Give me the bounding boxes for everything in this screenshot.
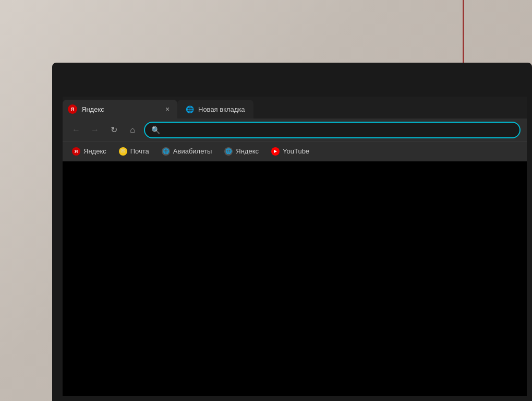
address-bar[interactable]: 🔍	[144, 122, 521, 138]
tab-yandex-label: Яндекс	[81, 105, 159, 113]
back-button[interactable]: ←	[69, 123, 83, 137]
yandex-bookmark-label: Яндекс	[83, 147, 106, 155]
home-icon: ⌂	[130, 125, 135, 135]
search-icon: 🔍	[151, 126, 160, 134]
back-icon: ←	[72, 125, 80, 135]
avia-bookmark-icon: 🌐	[162, 147, 170, 156]
page-content	[63, 161, 527, 396]
forward-button[interactable]: →	[88, 123, 102, 137]
browser: Я Яндекс × 🌐 Новая вкладка ← → ↻ ⌂	[63, 97, 527, 396]
tab-bar: Я Яндекс × 🌐 Новая вкладка	[63, 97, 527, 119]
tab-yandex-close[interactable]: ×	[163, 104, 172, 114]
mail-bookmark-icon: ✉	[119, 147, 127, 156]
bookmark-mail[interactable]: ✉ Почта	[114, 145, 154, 158]
nav-bar: ← → ↻ ⌂ 🔍	[63, 119, 527, 141]
tab-new-label: Новая вкладка	[198, 105, 245, 113]
youtube-bookmark-icon: ▶	[271, 147, 280, 156]
bookmark-avia[interactable]: 🌐 Авиабилеты	[156, 145, 217, 158]
new-tab-globe-icon: 🌐	[186, 105, 194, 113]
bookmark-yandex2[interactable]: 🌐 Яндекс	[219, 145, 264, 158]
reload-icon: ↻	[111, 125, 117, 135]
yandex-tab-icon: Я	[68, 104, 77, 114]
mail-bookmark-label: Почта	[130, 147, 149, 155]
reload-button[interactable]: ↻	[106, 123, 121, 137]
yandex2-bookmark-icon: 🌐	[224, 147, 233, 156]
screen: Я Яндекс × 🌐 Новая вкладка ← → ↻ ⌂	[63, 97, 527, 396]
tab-yandex[interactable]: Я Яндекс ×	[63, 100, 177, 119]
avia-bookmark-label: Авиабилеты	[173, 147, 212, 155]
yandex-bookmark-icon: Я	[72, 147, 80, 156]
tab-new[interactable]: 🌐 Новая вкладка	[177, 100, 253, 119]
forward-icon: →	[91, 125, 99, 135]
address-input[interactable]	[164, 126, 513, 134]
bookmark-youtube[interactable]: ▶ YouTube	[266, 145, 315, 158]
bookmarks-bar: Я Яндекс ✉ Почта 🌐 Авиабилеты 🌐 Яндекс ▶…	[63, 141, 527, 161]
home-button[interactable]: ⌂	[125, 123, 140, 137]
yandex2-bookmark-label: Яндекс	[236, 147, 259, 155]
bookmark-yandex[interactable]: Я Яндекс	[67, 145, 112, 158]
youtube-bookmark-label: YouTube	[283, 147, 309, 155]
